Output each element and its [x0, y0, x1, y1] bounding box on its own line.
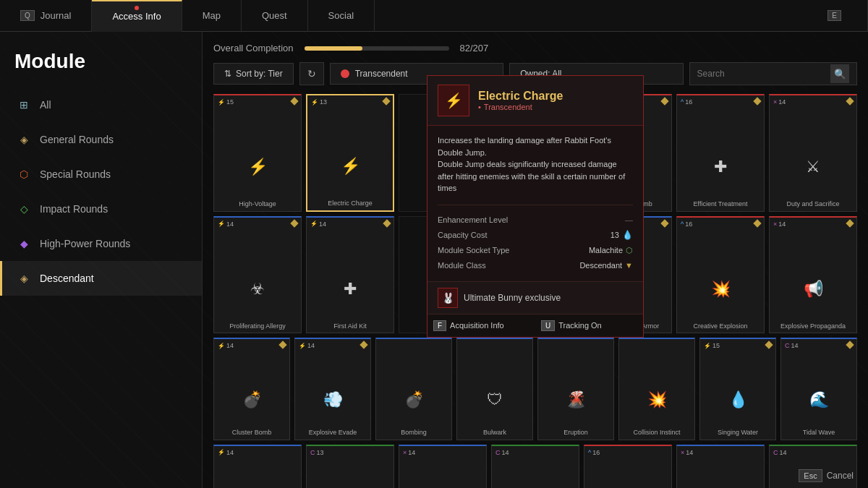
module-card-cluster-bomb[interactable]: ⚡14 💣 Cluster Bomb	[213, 338, 290, 440]
module-card-bulwark[interactable]: 🛡 Bulwark	[456, 338, 533, 440]
module-art-bulwark: 🛡	[474, 374, 516, 426]
transcendent-label: Transcendent	[355, 69, 408, 79]
acquisition-info-action[interactable]: F Acquisition Info	[427, 314, 535, 337]
tooltip-title-area: Electric Charge • Transcendent	[478, 90, 563, 111]
module-card-efficient-treatment[interactable]: ^16 ✚ Efficient Treatment	[676, 94, 765, 212]
sidebar-item-descendant[interactable]: ◈ Descendant	[0, 261, 202, 296]
module-card-r4-5[interactable]: ^16 ⚙	[584, 445, 672, 488]
sidebar-item-general[interactable]: ◈ General Rounds	[0, 122, 202, 157]
bottom-bar: Esc Cancel	[784, 463, 868, 488]
module-card-r4-6[interactable]: ×14 ⚙	[676, 445, 765, 488]
sidebar-impact-label: Impact Rounds	[40, 203, 108, 215]
sidebar-item-all[interactable]: ⊞ All	[0, 87, 202, 122]
module-name-evade: Explosive Evade	[309, 429, 357, 437]
search-input[interactable]	[697, 69, 830, 79]
module-card-tidal-wave[interactable]: C14 🌊 Tidal Wave	[780, 338, 857, 440]
module-art-bombing: 💣	[393, 374, 435, 426]
module-name-efficient: Efficient Treatment	[694, 200, 748, 208]
module-card-r4-1[interactable]: ⚡14 ⚙	[213, 445, 302, 488]
module-card-first-aid[interactable]: ⚡14 ✚ First Aid Kit	[306, 216, 394, 334]
all-icon: ⊞	[17, 98, 31, 112]
module-card-duty-sacrifice[interactable]: ×14 ⚔ Duty and Sacrifice	[769, 94, 857, 212]
nav-tab-quest[interactable]: Quest	[242, 0, 308, 32]
module-card-explosive-propaganda[interactable]: ×14 📢 Explosive Propaganda	[769, 216, 857, 334]
module-level-badge-ep: ×14	[773, 221, 786, 228]
module-card-singing-water[interactable]: ⚡15 💧 Singing Water	[699, 338, 776, 440]
refresh-button[interactable]: ↻	[299, 62, 324, 85]
tooltip-header: ⚡ Electric Charge • Transcendent	[427, 76, 643, 126]
module-art-tidal: 🌊	[798, 374, 840, 426]
sort-button[interactable]: ⇅ Sort by: Tier	[213, 63, 294, 85]
class-value: Descendant ▼	[579, 261, 633, 270]
tooltip-subtitle: • Transcendent	[478, 103, 563, 111]
module-art-efficient: ✚	[696, 137, 744, 197]
module-card-bombing[interactable]: 💣 Bombing	[375, 338, 452, 440]
module-card-explosive-evade[interactable]: ⚡14 💨 Explosive Evade	[294, 338, 371, 440]
sidebar-item-impact[interactable]: ◇ Impact Rounds	[0, 192, 202, 226]
malachite-icon: ⬡	[626, 246, 633, 255]
nav-tab-journal[interactable]: Q Journal	[0, 0, 92, 32]
nav-tab-social[interactable]: Social	[308, 0, 375, 32]
sidebar-general-label: General Rounds	[40, 134, 114, 145]
module-name-eruption: Eruption	[563, 429, 588, 437]
module-card-r4-3[interactable]: ×14 ⚙	[399, 445, 487, 488]
owned-indicator-ep	[846, 219, 854, 227]
module-card-high-voltage[interactable]: ⚡15 ⚡ High-Voltage	[213, 94, 302, 212]
stat-row-enhancement: Enhancement Level —	[438, 213, 633, 227]
sidebar-all-label: All	[40, 99, 51, 111]
progress-count: 82/207	[460, 43, 489, 53]
journal-label: Journal	[41, 10, 72, 21]
sort-label: Sort by: Tier	[236, 69, 283, 79]
main-layout: Module ⊞ All ◈ General Rounds ⬡ Special …	[0, 32, 868, 488]
owned-indicator-ee	[359, 341, 367, 349]
module-card-eruption[interactable]: 🌋 Eruption	[537, 338, 614, 440]
nav-tab-map[interactable]: Map	[182, 0, 242, 32]
esc-key: Esc	[799, 469, 822, 482]
acquisition-key: F	[433, 320, 446, 331]
module-level-badge-sw: ⚡15	[704, 342, 720, 349]
module-art-cluster: 💣	[231, 374, 273, 426]
search-button[interactable]: 🔍	[830, 64, 849, 83]
tracking-key: U	[541, 320, 555, 331]
tooltip-description: Increases the landing damage after Rabbi…	[438, 134, 633, 194]
module-card-proliferating[interactable]: ⚡14 ☣ Proliferating Allergy	[213, 216, 302, 334]
cancel-label: Cancel	[827, 471, 854, 481]
module-art-evade: 💨	[312, 374, 354, 426]
sidebar-item-special[interactable]: ⬡ Special Rounds	[0, 157, 202, 192]
sidebar-special-label: Special Rounds	[40, 168, 111, 180]
socket-label: Module Socket Type	[438, 246, 509, 254]
tooltip-icon-symbol: ⚡	[445, 92, 463, 109]
descendant-class-icon: ▼	[625, 261, 633, 270]
module-card-r4-4[interactable]: C14 ⚙	[491, 445, 579, 488]
module-name-explosive-prop: Explosive Propaganda	[780, 322, 846, 330]
sidebar-highpower-label: High-Power Rounds	[40, 238, 130, 249]
stat-row-class: Module Class Descendant ▼	[438, 258, 633, 273]
transcendent-dot	[341, 69, 349, 78]
tooltip-exclusive: 🐰 Ultimate Bunny exclusive	[427, 281, 643, 314]
module-name-singing: Singing Water	[718, 429, 758, 437]
nav-tab-e[interactable]: E	[807, 0, 868, 32]
module-art-high-voltage: ⚡	[233, 137, 281, 197]
sidebar-descendant-label: Descendant	[40, 273, 94, 284]
tracking-on-action[interactable]: U Tracking On	[535, 314, 643, 337]
module-level-r4-3: ×14	[403, 449, 415, 456]
sidebar-item-highpower[interactable]: ◆ High-Power Rounds	[0, 226, 202, 261]
module-card-r4-2[interactable]: C13 ⚙	[306, 445, 394, 488]
tooltip-actions: F Acquisition Info U Tracking On	[427, 314, 643, 337]
progress-label: Overall Completion	[213, 43, 294, 53]
module-name-creative: Creative Explosion	[693, 322, 747, 330]
owned-indicator-fa	[383, 219, 391, 227]
owned-indicator-sw	[765, 341, 773, 349]
capacity-label: Capacity Cost	[438, 231, 487, 239]
module-name-cluster: Cluster Bomb	[232, 429, 272, 437]
owned-indicator-ib	[660, 97, 668, 105]
module-card-electric-charge[interactable]: ⚡13 ⚡ Electric Charge	[306, 94, 394, 212]
general-icon: ◈	[17, 132, 31, 147]
progress-row: Overall Completion 82/207	[213, 43, 857, 53]
module-card-creative-explosion[interactable]: ^16 💥 Creative Explosion	[676, 216, 765, 334]
module-art-collision: 💥	[636, 374, 678, 426]
module-art-electric-charge: ⚡	[326, 137, 374, 197]
module-card-collision-instinct[interactable]: 💥 Collision Instinct	[618, 338, 695, 440]
stat-row-capacity: Capacity Cost 13 💧	[438, 227, 633, 243]
nav-tab-access-info[interactable]: Access Info	[92, 0, 182, 32]
